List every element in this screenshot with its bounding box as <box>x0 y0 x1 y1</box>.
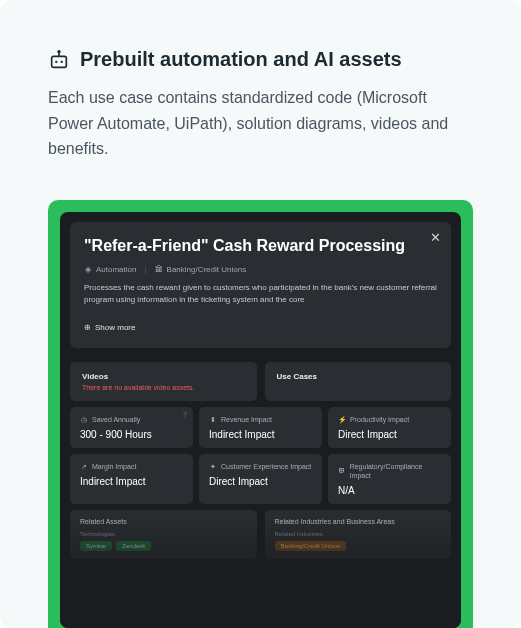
use-case-title: "Refer-a-Friend" Cash Reward Processing <box>84 236 437 257</box>
metric-value: N/A <box>338 485 441 496</box>
svg-point-1 <box>55 60 57 62</box>
metric-label: ↗ Margin Impact <box>80 462 183 471</box>
clock-icon: ◷ <box>80 415 88 423</box>
bars-icon: ⬍ <box>209 415 217 423</box>
metric-value: 300 - 900 Hours <box>80 429 183 440</box>
metric-value: Indirect Impact <box>80 476 183 487</box>
svg-point-2 <box>61 60 63 62</box>
meta-category-label: Automation <box>96 265 136 274</box>
show-more-label: Show more <box>95 323 135 332</box>
related-assets-card: Related Assets Technologies Symitar Zend… <box>70 510 257 559</box>
meta-industry: 🏛 Banking/Credit Unions <box>155 265 247 274</box>
header-row: Prebuilt automation and AI assets <box>48 48 473 71</box>
shield-icon: ⛨ <box>338 467 346 475</box>
metric-saved-annually: ? ◷ Saved Annually 300 - 900 Hours <box>70 407 193 448</box>
top-cards-row: Videos There are no available video asse… <box>70 362 451 401</box>
metric-productivity: ⚡ Productivity Impact Direct Impact <box>328 407 451 448</box>
metric-revenue: ⬍ Revenue Impact Indirect Impact <box>199 407 322 448</box>
metric-label: ⬍ Revenue Impact <box>209 415 312 424</box>
tech-chip[interactable]: Zendesk <box>116 541 151 551</box>
info-icon[interactable]: ? <box>183 411 187 418</box>
page-container: Prebuilt automation and AI assets Each u… <box>0 0 521 628</box>
metric-value: Direct Impact <box>209 476 312 487</box>
metric-label-text: Productivity Impact <box>350 415 409 424</box>
metric-cx: ✦ Customer Experience Impact Direct Impa… <box>199 454 322 504</box>
badge-icon: ✦ <box>209 462 217 470</box>
usecases-card[interactable]: Use Cases <box>265 362 452 401</box>
chip-row: Symitar Zendesk <box>80 541 247 551</box>
meta-category: ◈ Automation <box>84 265 136 274</box>
plus-icon: ⊕ <box>84 323 91 332</box>
related-industries-sub: Related Industries <box>275 531 442 537</box>
videos-empty-message: There are no available video assets. <box>82 384 245 391</box>
industry-chip[interactable]: Banking/Credit Unions <box>275 541 347 551</box>
metric-label-text: Margin Impact <box>92 462 136 471</box>
branch-icon: ◈ <box>84 265 92 273</box>
page-description: Each use case contains standardized code… <box>48 85 473 162</box>
related-industries-card: Related Industries and Business Areas Re… <box>265 510 452 559</box>
meta-industry-label: Banking/Credit Unions <box>167 265 247 274</box>
svg-rect-0 <box>52 56 67 67</box>
related-industries-title: Related Industries and Business Areas <box>275 518 442 525</box>
trend-icon: ↗ <box>80 462 88 470</box>
metric-label-text: Regulatory/Compliance Impact <box>350 462 441 480</box>
bank-icon: 🏛 <box>155 265 163 273</box>
metric-label-text: Saved Annually <box>92 415 140 424</box>
close-icon[interactable]: ✕ <box>430 230 441 245</box>
metric-label: ⛨ Regulatory/Compliance Impact <box>338 462 441 480</box>
videos-label: Videos <box>82 372 245 381</box>
related-assets-sub: Technologies <box>80 531 247 537</box>
usecases-label: Use Cases <box>277 372 440 381</box>
metric-label-text: Customer Experience Impact <box>221 462 311 471</box>
metric-regulatory: ⛨ Regulatory/Compliance Impact N/A <box>328 454 451 504</box>
svg-point-4 <box>58 50 60 52</box>
metric-label: ◷ Saved Annually <box>80 415 183 424</box>
chip-row: Banking/Credit Unions <box>275 541 442 551</box>
meta-row: ◈ Automation | 🏛 Banking/Credit Unions <box>84 265 437 274</box>
metric-label: ✦ Customer Experience Impact <box>209 462 312 471</box>
show-more-button[interactable]: ⊕ Show more <box>84 323 135 332</box>
metric-margin: ↗ Margin Impact Indirect Impact <box>70 454 193 504</box>
use-case-description: Processes the cash reward given to custo… <box>84 282 437 306</box>
robot-icon <box>48 49 70 71</box>
content-area: Videos There are no available video asse… <box>60 358 461 559</box>
meta-separator: | <box>144 265 146 274</box>
embed-frame: ✕ "Refer-a-Friend" Cash Reward Processin… <box>48 200 473 628</box>
metric-value: Indirect Impact <box>209 429 312 440</box>
page-title: Prebuilt automation and AI assets <box>80 48 402 71</box>
videos-card[interactable]: Videos There are no available video asse… <box>70 362 257 401</box>
metric-value: Direct Impact <box>338 429 441 440</box>
bolt-icon: ⚡ <box>338 415 346 423</box>
bottom-row: Related Assets Technologies Symitar Zend… <box>70 510 451 559</box>
metrics-grid: ? ◷ Saved Annually 300 - 900 Hours ⬍ Rev… <box>70 407 451 504</box>
tech-chip[interactable]: Symitar <box>80 541 112 551</box>
metric-label-text: Revenue Impact <box>221 415 272 424</box>
embed-inner: ✕ "Refer-a-Friend" Cash Reward Processin… <box>60 212 461 628</box>
use-case-header-panel: ✕ "Refer-a-Friend" Cash Reward Processin… <box>70 222 451 348</box>
metric-label: ⚡ Productivity Impact <box>338 415 441 424</box>
related-assets-title: Related Assets <box>80 518 247 525</box>
